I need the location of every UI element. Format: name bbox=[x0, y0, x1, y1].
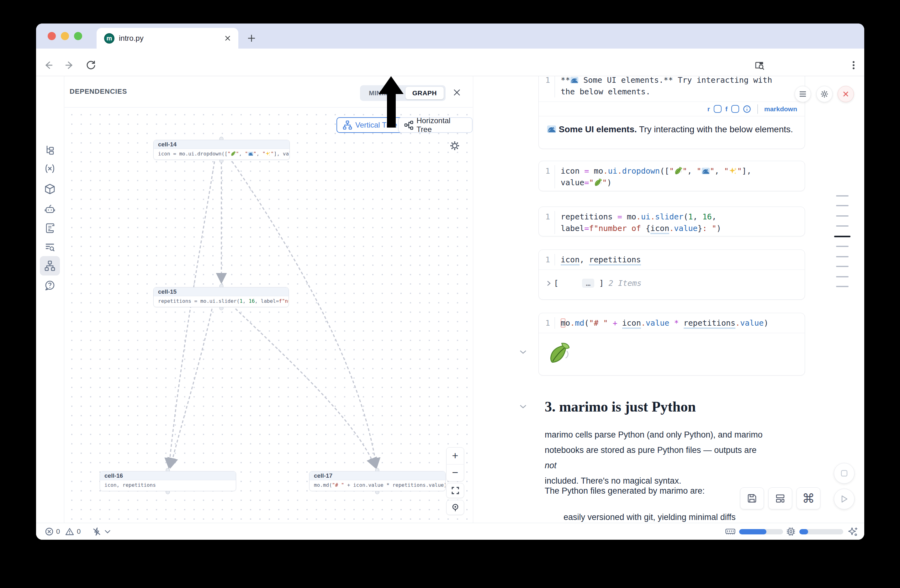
expand-chevron-icon[interactable] bbox=[546, 280, 552, 287]
zoom-window-button[interactable] bbox=[74, 32, 82, 40]
format-toggle[interactable]: f bbox=[725, 105, 728, 113]
minimap-dash[interactable] bbox=[834, 236, 850, 237]
graph-tab[interactable]: GRAPH bbox=[405, 87, 444, 99]
browser-tabbar: m intro.py bbox=[36, 23, 864, 49]
cell-code[interactable]: mo.md("# " + icon.value * repetitions.va… bbox=[561, 317, 768, 329]
language-badge[interactable]: markdown bbox=[764, 105, 797, 113]
notebook-settings-button[interactable] bbox=[816, 86, 833, 102]
dependency-graph-icon bbox=[44, 260, 56, 271]
collapse-chevron-icon[interactable] bbox=[519, 350, 527, 354]
warning-count[interactable]: 0 bbox=[65, 523, 81, 540]
shortcuts-button[interactable]: ⌘ bbox=[796, 487, 820, 509]
f-checkbox[interactable] bbox=[731, 105, 739, 113]
markdown-cell[interactable]: 1 ** Some UI elements.** Try interacting… bbox=[538, 76, 805, 149]
minimize-window-button[interactable] bbox=[61, 32, 69, 40]
close-window-button[interactable] bbox=[48, 32, 56, 40]
close-icon bbox=[453, 88, 461, 97]
minimap-dash[interactable] bbox=[836, 246, 849, 247]
clipped-list-item: easily versioned with git, yielding mini… bbox=[563, 512, 736, 522]
chevron-down-icon bbox=[104, 530, 111, 534]
error-count[interactable]: 0 bbox=[45, 523, 60, 540]
code-cell-momd[interactable]: 1 mo.md("# " + icon.value * repetitions.… bbox=[538, 313, 805, 376]
minimap-dash[interactable] bbox=[836, 205, 849, 206]
locate-button[interactable] bbox=[446, 500, 464, 515]
cpu-bar bbox=[799, 529, 843, 534]
cell-code[interactable]: ** Some UI elements.** Try interacting w… bbox=[561, 76, 772, 97]
toolbar-divider bbox=[757, 104, 758, 114]
browser-tab[interactable]: m intro.py bbox=[96, 28, 238, 49]
status-bar: 0 0 bbox=[36, 523, 864, 540]
memory-meter[interactable] bbox=[725, 523, 783, 540]
sparkle-ai-icon bbox=[848, 526, 858, 537]
panel-close-button[interactable] bbox=[451, 87, 462, 98]
section-chevron-icon[interactable] bbox=[519, 404, 527, 409]
code-cell-dropdown[interactable]: 1 icon = mo.ui.dropdown(["", "", ""],val… bbox=[538, 161, 805, 191]
markdown-output-leaf bbox=[539, 333, 805, 365]
graph-node-cell-16[interactable]: cell-16 icon, repetitions bbox=[100, 471, 236, 491]
rename-toggle[interactable]: r bbox=[708, 105, 710, 113]
layout-icon bbox=[774, 493, 786, 504]
memory-bar bbox=[739, 529, 783, 534]
minimap-dash[interactable] bbox=[836, 276, 849, 277]
minimap-dash[interactable] bbox=[836, 256, 849, 257]
minimap-dash[interactable] bbox=[836, 195, 849, 197]
graph-node-cell-17[interactable]: cell-17 mo.md("# " + icon.value * repeti… bbox=[309, 471, 445, 491]
forward-icon[interactable] bbox=[64, 60, 75, 71]
command-icon: ⌘ bbox=[802, 491, 815, 506]
sidebar-item-packages[interactable] bbox=[40, 179, 60, 199]
horizontal-tree-button[interactable]: Horizontal Tree bbox=[398, 117, 473, 133]
sidebar-item-file-explorer[interactable] bbox=[40, 140, 60, 159]
shutdown-button[interactable] bbox=[838, 86, 854, 102]
graph-node-cell-15[interactable]: cell-15 repetitions = mo.ui.slider(1, 16… bbox=[154, 287, 289, 307]
sidebar-item-logs[interactable] bbox=[40, 218, 60, 238]
stop-button[interactable] bbox=[834, 463, 855, 484]
sidebar-item-ai-chat[interactable] bbox=[40, 200, 60, 219]
runtime-mode-control[interactable] bbox=[92, 523, 111, 540]
browser-menu-icon[interactable] bbox=[848, 60, 859, 71]
ai-assist-button[interactable] bbox=[848, 523, 858, 540]
tuple-output[interactable]: [ … ] 2 Items bbox=[539, 270, 805, 289]
code-cell-slider[interactable]: 1 repetitions = mo.ui.slider(1, 16,label… bbox=[538, 207, 805, 236]
tab-search-icon[interactable] bbox=[754, 60, 765, 71]
save-button[interactable] bbox=[740, 487, 764, 509]
cell-toolbar: r f markdown bbox=[539, 102, 805, 116]
node-title: cell-14 bbox=[158, 141, 177, 148]
zoom-in-button[interactable]: + bbox=[447, 447, 464, 464]
code-cell-tuple[interactable]: 1 icon, repetitions [ … ] 2 Items bbox=[538, 249, 805, 300]
sidebar-item-variables[interactable] bbox=[40, 159, 60, 178]
dependency-graph-canvas[interactable]: Vertical Tree Horizontal Tree cell-14 ic… bbox=[65, 107, 473, 523]
fullscreen-button[interactable] bbox=[446, 483, 464, 498]
sidebar-item-dependencies[interactable] bbox=[40, 256, 60, 275]
sidebar-item-help[interactable] bbox=[40, 276, 60, 295]
minimap-dash[interactable] bbox=[836, 266, 849, 267]
memory-icon bbox=[725, 528, 736, 535]
minimap-dash[interactable] bbox=[836, 215, 849, 217]
r-checkbox[interactable] bbox=[714, 105, 722, 113]
cell-code[interactable]: icon, repetitions bbox=[561, 254, 641, 266]
sidebar-item-snippets[interactable] bbox=[40, 237, 60, 257]
close-red-icon bbox=[842, 91, 849, 97]
panel-title: DEPENDENCIES bbox=[70, 87, 127, 96]
minimap-dash[interactable] bbox=[836, 225, 849, 227]
layout-button[interactable] bbox=[768, 487, 792, 509]
run-button[interactable] bbox=[834, 489, 855, 509]
warning-count-value: 0 bbox=[77, 528, 81, 535]
graph-node-cell-14[interactable]: cell-14 icon = mo.ui.dropdown(["", "", "… bbox=[154, 140, 290, 160]
cell-code[interactable]: icon = mo.ui.dropdown(["", "", ""],value… bbox=[561, 165, 751, 188]
cpu-meter[interactable] bbox=[786, 523, 843, 540]
line-number: 1 bbox=[539, 317, 555, 329]
graph-settings-icon[interactable] bbox=[448, 139, 462, 153]
section-paragraph-2: The Python files generated by marimo are… bbox=[545, 486, 704, 496]
tab-title: intro.py bbox=[119, 34, 144, 43]
back-icon[interactable] bbox=[43, 60, 54, 71]
browser-toolbar: localhost:2718 Guest bbox=[36, 49, 864, 76]
minimap-dash[interactable] bbox=[836, 286, 849, 287]
save-icon bbox=[746, 493, 758, 504]
tab-close-icon[interactable] bbox=[224, 34, 231, 42]
reload-icon[interactable] bbox=[85, 60, 96, 71]
cell-code[interactable]: repetitions = mo.ui.slider(1, 16,label=f… bbox=[561, 211, 721, 234]
info-icon[interactable] bbox=[743, 105, 751, 113]
zoom-out-button[interactable]: − bbox=[447, 464, 464, 481]
cell-menu-button[interactable] bbox=[794, 86, 811, 102]
new-tab-button[interactable] bbox=[245, 32, 258, 44]
